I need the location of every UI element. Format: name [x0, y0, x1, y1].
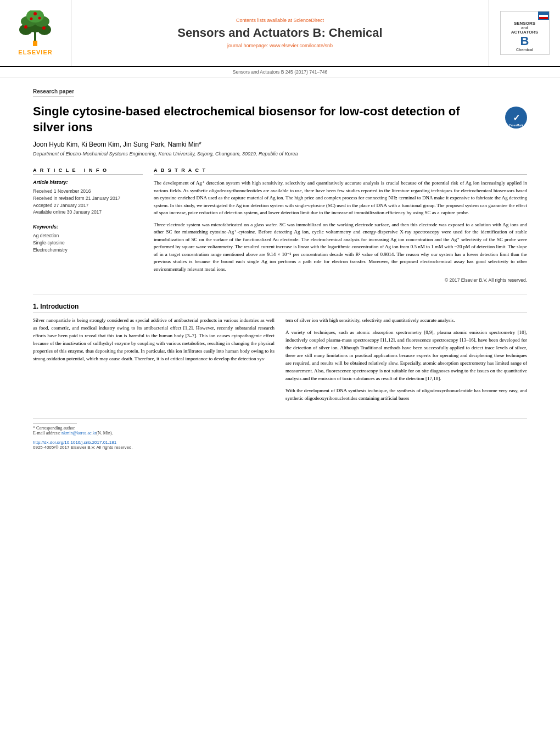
elsevier-tree-icon — [12, 10, 59, 46]
affiliation: Department of Electro-Mechanical Systems… — [33, 151, 527, 157]
homepage-link[interactable]: www.elsevier.com/locate/snb — [270, 43, 333, 48]
intro-col-right: tem of silver ion with high sensitivity,… — [285, 317, 527, 406]
article-info-column: A R T I C L E I N F O Article history: R… — [33, 168, 143, 283]
and-text: and — [521, 26, 528, 30]
introduction-section: 1. Introduction Silver nanoparticle is b… — [33, 303, 527, 406]
svg-rect-13 — [539, 13, 548, 15]
svg-text:CrossMark: CrossMark — [509, 124, 523, 127]
sensors-logo-box: SENSORS and ACTUATORS B Chemical — [500, 11, 550, 55]
doi-line: http://dx.doi.org/10.1016/j.snb.2017.01.… — [33, 440, 527, 445]
svg-rect-0 — [33, 41, 37, 46]
email-line: E-mail address: nkmin@korea.ac.kr(N. Min… — [33, 431, 527, 436]
keyword-2: Single-cytosine — [33, 239, 143, 247]
main-content: Research paper Single cytosine-based ele… — [0, 77, 560, 461]
crossmark-icon: ✓ CrossMark — [506, 107, 527, 128]
crossmark-logo: ✓ CrossMark — [505, 107, 527, 129]
svg-point-12 — [38, 17, 41, 20]
received-revised-date: Received in revised form 21 January 2017 — [33, 195, 143, 202]
journal-header: ELSEVIER Contents lists available at Sci… — [0, 0, 560, 67]
keyword-3: Electrochemistry — [33, 247, 143, 254]
svg-rect-15 — [539, 17, 548, 19]
journal-homepage: journal homepage: www.elsevier.com/locat… — [227, 43, 333, 48]
svg-point-10 — [33, 12, 37, 15]
abstract-paragraph-2: Three-electrode system was microfabricat… — [154, 221, 527, 274]
intro-col-left: Silver nanoparticle is being strongly co… — [33, 317, 275, 406]
available-date: Available online 30 January 2017 — [33, 209, 143, 216]
svg-point-9 — [42, 26, 46, 30]
intro-p1: Silver nanoparticle is being strongly co… — [33, 317, 275, 363]
keywords-section: Keywords: Ag detection Single-cytosine E… — [33, 224, 143, 253]
flag-icon — [539, 13, 548, 19]
article-type-label: Research paper — [33, 88, 74, 97]
sensors-logo-flag — [538, 12, 549, 20]
keyword-1: Ag detection — [33, 232, 143, 239]
abstract-paragraph-1: The development of Ag⁺ detection system … — [154, 180, 527, 217]
history-label: Article history: — [33, 180, 143, 185]
chemical-text: Chemical — [516, 48, 533, 52]
copyright-line: © 2017 Elsevier B.V. All rights reserved… — [154, 277, 527, 283]
journal-title: Sensors and Actuators B: Chemical — [177, 26, 382, 40]
email-link[interactable]: nkmin@korea.ac.kr — [61, 431, 96, 436]
abstract-text: The development of Ag⁺ detection system … — [154, 180, 527, 273]
keywords-label: Keywords: — [33, 224, 143, 230]
sciencedirect-text[interactable]: ScienceDirect — [294, 18, 324, 23]
accepted-date: Accepted 27 January 2017 — [33, 202, 143, 209]
elsevier-logo: ELSEVIER — [0, 0, 71, 66]
article-info-label: A R T I C L E I N F O — [33, 168, 143, 175]
sciencedirect-link: Contents lists available at ScienceDirec… — [236, 18, 324, 23]
journal-ref-line: Sensors and Actuators B 245 (2017) 741–7… — [0, 67, 560, 77]
corresponding-author: * Corresponding author. — [33, 426, 527, 431]
received-date: Received 1 November 2016 — [33, 188, 143, 195]
intro-col2-p1: tem of silver ion with high sensitivity,… — [285, 317, 527, 325]
article-info-abstract: A R T I C L E I N F O Article history: R… — [33, 168, 527, 283]
intro-body: Silver nanoparticle is being strongly co… — [33, 317, 527, 406]
footnote-area: * Corresponding author. E-mail address: … — [33, 418, 527, 450]
page: ELSEVIER Contents lists available at Sci… — [0, 0, 560, 742]
title-row: Single cytosine-based electrochemical bi… — [33, 104, 527, 135]
intro-col2-p3: With the development of DNA synthesis te… — [285, 387, 527, 403]
svg-point-11 — [30, 18, 33, 20]
svg-point-8 — [24, 25, 27, 29]
issn-line: 0925-4005/© 2017 Elsevier B.V. All right… — [33, 445, 527, 450]
authors: Joon Hyub Kim, Ki Beom Kim, Jin Sung Par… — [33, 141, 527, 148]
svg-rect-14 — [539, 15, 548, 17]
sensors-text: SENSORS — [514, 21, 535, 26]
journal-center: Contents lists available at ScienceDirec… — [71, 0, 489, 66]
b-letter: B — [520, 35, 529, 48]
section-divider — [33, 294, 527, 294]
elsevier-wordmark: ELSEVIER — [18, 49, 52, 55]
abstract-column: A B S T R A C T The development of Ag⁺ d… — [154, 168, 527, 283]
footnote-divider-line — [33, 423, 77, 423]
abstract-label: A B S T R A C T — [154, 168, 527, 175]
paper-title: Single cytosine-based electrochemical bi… — [33, 104, 505, 135]
svg-text:✓: ✓ — [513, 113, 520, 122]
article-history: Article history: Received 1 November 201… — [33, 180, 143, 216]
intro-col2-p2: A variety of techniques, such as atomic … — [285, 329, 527, 383]
intro-heading: 1. Introduction — [33, 303, 527, 313]
sensors-actuators-logo: SENSORS and ACTUATORS B Chemical — [489, 0, 560, 66]
